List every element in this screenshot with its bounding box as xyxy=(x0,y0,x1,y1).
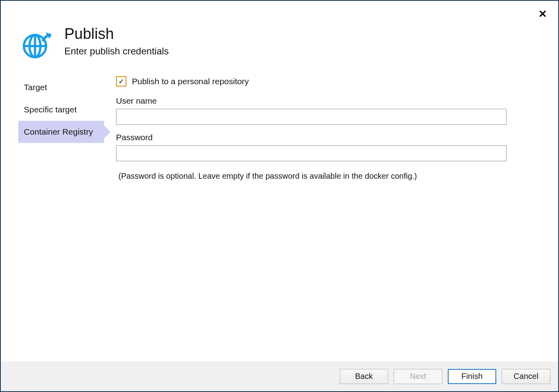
back-button[interactable]: Back xyxy=(340,369,388,384)
page-title: Publish xyxy=(64,25,169,42)
globe-publish-icon xyxy=(21,29,52,60)
finish-button[interactable]: Finish xyxy=(448,369,496,384)
password-hint: (Password is optional. Leave empty if th… xyxy=(116,172,507,181)
password-label: Password xyxy=(116,133,507,142)
footer-bar: Back Next Finish Cancel xyxy=(1,361,558,391)
page-subtitle: Enter publish credentials xyxy=(64,46,169,57)
close-icon[interactable]: ✕ xyxy=(538,9,547,19)
wizard-sidebar: Target Specific target Container Registr… xyxy=(18,76,104,181)
header: Publish Enter publish credentials xyxy=(1,1,558,76)
password-input[interactable] xyxy=(116,145,507,161)
username-label: User name xyxy=(116,96,507,106)
cancel-button[interactable]: Cancel xyxy=(502,369,550,384)
form-area: ✓ Publish to a personal repository User … xyxy=(104,76,558,181)
personal-repo-checkbox-label: Publish to a personal repository xyxy=(132,77,249,86)
sidebar-item-label: Container Registry xyxy=(24,127,93,136)
sidebar-item-target[interactable]: Target xyxy=(18,76,104,98)
username-input[interactable] xyxy=(116,109,507,125)
sidebar-item-container-registry[interactable]: Container Registry xyxy=(18,121,104,143)
sidebar-item-label: Specific target xyxy=(24,105,77,114)
personal-repo-checkbox[interactable]: ✓ xyxy=(116,76,126,87)
sidebar-item-label: Target xyxy=(24,83,47,92)
next-button: Next xyxy=(394,369,442,384)
sidebar-item-specific-target[interactable]: Specific target xyxy=(18,98,104,121)
checkmark-icon: ✓ xyxy=(118,78,124,85)
